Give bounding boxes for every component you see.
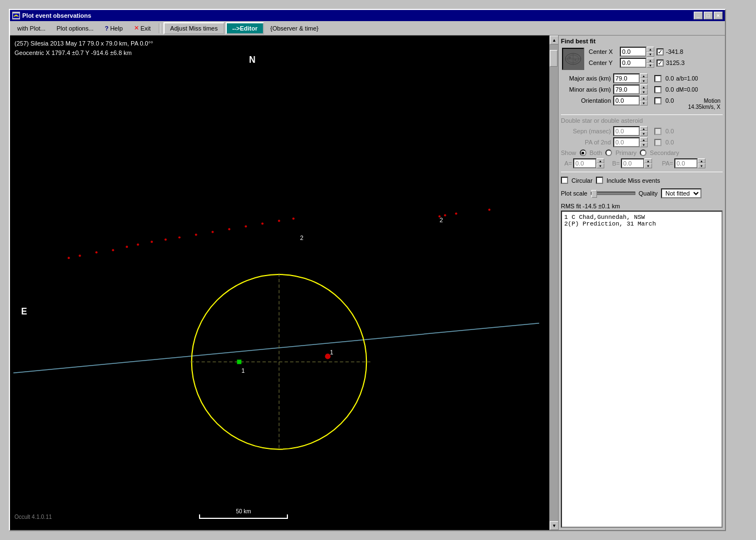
slider-thumb[interactable] bbox=[591, 190, 597, 198]
plot-container: 1 1 2 2 (257) Silesia 2013 May 17 79.0 x… bbox=[10, 36, 558, 530]
panel-separator-1 bbox=[561, 114, 723, 115]
center-y-up[interactable]: ▲ bbox=[646, 58, 654, 63]
pa-up[interactable]: ▲ bbox=[698, 158, 705, 163]
plot-info: (257) Silesia 2013 May 17 79.0 x 79.0 km… bbox=[14, 39, 153, 57]
major-axis-checkbox[interactable] bbox=[654, 75, 662, 82]
svg-point-20 bbox=[444, 214, 446, 217]
double-star-section: Double star or double asteroid Sepn (mas… bbox=[561, 117, 723, 169]
a-spinner: ▲ ▼ bbox=[596, 158, 604, 168]
minor-axis-checkbox[interactable] bbox=[654, 86, 662, 93]
results-area[interactable]: 1 C Chad,Gunnedah, NSW 2(P) Prediction, … bbox=[561, 211, 723, 528]
menu-editor[interactable]: -->Editor bbox=[226, 22, 265, 34]
radio-primary[interactable] bbox=[605, 149, 612, 156]
circular-label: Circular bbox=[571, 177, 593, 184]
minor-axis-down[interactable]: ▼ bbox=[640, 89, 648, 94]
svg-point-38 bbox=[575, 59, 576, 61]
plot-scale-slider[interactable] bbox=[591, 192, 635, 195]
sepn-checkbox[interactable] bbox=[654, 128, 662, 135]
plot-scale-row: Plot scale Quality Not fitted bbox=[561, 188, 723, 198]
menu-plot-options[interactable]: Plot options... bbox=[52, 22, 99, 34]
center-x-result: -341.8 bbox=[666, 48, 683, 55]
center-x-input[interactable] bbox=[620, 47, 646, 57]
scale-line bbox=[199, 514, 288, 519]
menu-exit[interactable]: ✕ Exit bbox=[129, 22, 156, 34]
svg-point-3 bbox=[68, 257, 70, 259]
radio-secondary[interactable] bbox=[640, 149, 646, 156]
a-up[interactable]: ▲ bbox=[596, 158, 604, 163]
sepn-input[interactable] bbox=[613, 126, 640, 136]
svg-text:1: 1 bbox=[330, 349, 334, 356]
include-miss-label: Include Miss events bbox=[606, 177, 660, 184]
center-y-input[interactable] bbox=[620, 58, 646, 68]
b-label: B= bbox=[609, 160, 620, 167]
menu-observer-time[interactable]: {Observer & time} bbox=[265, 22, 324, 34]
minor-axis-input[interactable] bbox=[613, 84, 640, 94]
scroll-track-v[interactable] bbox=[550, 44, 558, 521]
rms-label: RMS fit -14.5 ±0.1 km bbox=[561, 203, 723, 209]
svg-point-12 bbox=[195, 233, 197, 236]
major-axis-input[interactable] bbox=[613, 73, 640, 83]
scroll-up-button[interactable]: ▲ bbox=[550, 36, 558, 44]
radio-both-label: Both bbox=[590, 149, 603, 156]
major-axis-down[interactable]: ▼ bbox=[640, 78, 648, 83]
center-x-checkbox[interactable]: ✓ bbox=[656, 48, 664, 56]
scroll-thumb-v[interactable] bbox=[550, 50, 558, 67]
center-y-result: 3125.3 bbox=[666, 59, 685, 66]
center-x-up[interactable]: ▲ bbox=[646, 47, 654, 52]
sepn-result: 0.0 bbox=[665, 128, 693, 134]
minor-axis-up[interactable]: ▲ bbox=[640, 84, 648, 89]
a-down[interactable]: ▼ bbox=[596, 163, 604, 168]
close-button[interactable]: × bbox=[714, 12, 723, 19]
plot-area[interactable]: 1 1 2 2 (257) Silesia 2013 May 17 79.0 x… bbox=[10, 36, 549, 530]
circular-checkbox[interactable] bbox=[561, 177, 568, 184]
window-title: Plot event observations bbox=[22, 12, 91, 19]
menu-help[interactable]: ? Help bbox=[100, 22, 127, 34]
plot-scrollbar-vertical[interactable]: ▲ ▼ bbox=[549, 36, 558, 530]
a-label: A= bbox=[561, 160, 572, 167]
minimize-button[interactable]: _ bbox=[694, 12, 703, 19]
north-label: N bbox=[249, 55, 256, 65]
menu-with-plot[interactable]: with Plot... bbox=[12, 22, 51, 34]
plot-svg: 1 1 2 2 bbox=[10, 36, 549, 530]
svg-point-1 bbox=[15, 14, 17, 17]
b-down[interactable]: ▼ bbox=[644, 163, 652, 168]
right-panel: Find best fit bbox=[558, 36, 725, 530]
pa2nd-up[interactable]: ▲ bbox=[640, 137, 648, 142]
radio-secondary-label: Secondary bbox=[650, 149, 679, 156]
pa-input[interactable] bbox=[674, 158, 698, 168]
exit-icon: ✕ bbox=[134, 24, 139, 32]
menu-separator bbox=[159, 23, 160, 33]
result-row-2: 2(P) Prediction, 31 March bbox=[564, 221, 719, 227]
pa2nd-down[interactable]: ▼ bbox=[640, 142, 648, 147]
sepn-up[interactable]: ▲ bbox=[640, 126, 648, 131]
major-axis-up[interactable]: ▲ bbox=[640, 73, 648, 78]
b-up[interactable]: ▲ bbox=[644, 158, 652, 163]
scroll-down-button[interactable]: ▼ bbox=[550, 521, 558, 530]
svg-point-8 bbox=[137, 243, 139, 246]
menu-adjust-miss[interactable]: Adjust Miss times bbox=[163, 22, 225, 34]
pa2nd-result: 0.0 bbox=[665, 139, 693, 146]
center-y-row: Center Y ▲ ▼ ✓ 3125.3 bbox=[589, 58, 685, 68]
pa2nd-checkbox[interactable] bbox=[654, 139, 662, 146]
svg-point-11 bbox=[178, 236, 181, 238]
find-best-fit-label: Find best fit bbox=[561, 38, 723, 44]
center-y-checkbox[interactable]: ✓ bbox=[656, 59, 664, 67]
maximize-button[interactable]: □ bbox=[704, 12, 713, 19]
center-y-down[interactable]: ▼ bbox=[646, 63, 654, 68]
include-miss-checkbox[interactable] bbox=[596, 177, 603, 184]
pa-down[interactable]: ▼ bbox=[698, 163, 705, 168]
pa2nd-input[interactable] bbox=[613, 137, 640, 147]
scale-bar: 50 km bbox=[199, 508, 288, 519]
svg-point-5 bbox=[95, 251, 97, 253]
check-row: Circular Include Miss events bbox=[561, 177, 723, 184]
svg-point-22 bbox=[488, 209, 490, 211]
sepn-down[interactable]: ▼ bbox=[640, 131, 648, 136]
plot-info-line1: (257) Silesia 2013 May 17 79.0 x 79.0 km… bbox=[14, 39, 153, 48]
center-x-down[interactable]: ▼ bbox=[646, 52, 654, 57]
quality-select[interactable]: Not fitted bbox=[661, 188, 702, 198]
sepn-spinner: ▲ ▼ bbox=[640, 126, 648, 136]
svg-point-15 bbox=[245, 225, 247, 227]
radio-both[interactable] bbox=[580, 149, 586, 156]
a-input[interactable] bbox=[573, 158, 596, 168]
b-input[interactable] bbox=[621, 158, 644, 168]
